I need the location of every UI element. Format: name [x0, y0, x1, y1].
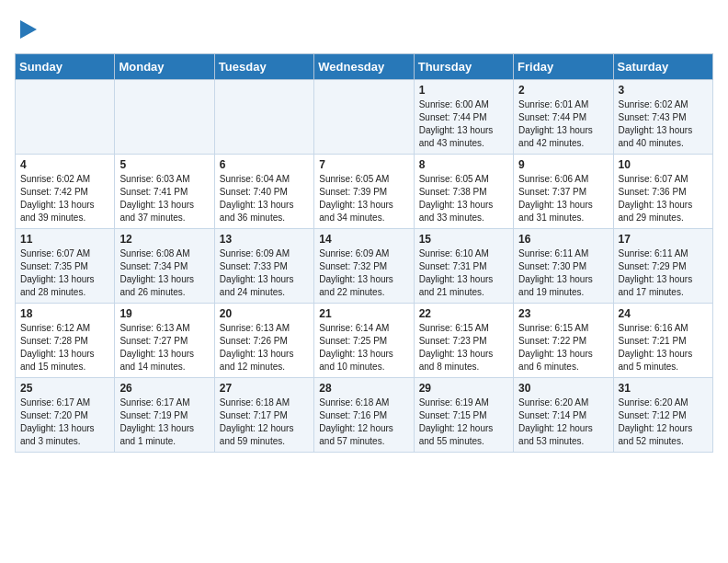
day-info: Sunrise: 6:16 AMSunset: 7:21 PMDaylight:… [619, 323, 693, 372]
calendar-cell: 26Sunrise: 6:17 AMSunset: 7:19 PMDayligh… [115, 378, 214, 453]
calendar-cell: 2Sunrise: 6:01 AMSunset: 7:44 PMDaylight… [514, 80, 613, 155]
day-info: Sunrise: 6:19 AMSunset: 7:15 PMDaylight:… [419, 397, 494, 446]
day-number: 31 [619, 382, 708, 395]
day-info: Sunrise: 6:14 AMSunset: 7:25 PMDaylight:… [319, 323, 393, 372]
day-number: 10 [619, 158, 708, 171]
day-number: 29 [419, 382, 508, 395]
day-info: Sunrise: 6:18 AMSunset: 7:17 PMDaylight:… [220, 397, 294, 446]
day-info: Sunrise: 6:09 AMSunset: 7:33 PMDaylight:… [220, 248, 294, 297]
header-saturday: Saturday [613, 54, 712, 80]
calendar-cell: 8Sunrise: 6:05 AMSunset: 7:38 PMDaylight… [414, 155, 513, 229]
calendar-cell: 19Sunrise: 6:13 AMSunset: 7:27 PMDayligh… [115, 304, 214, 378]
day-number: 2 [518, 84, 608, 97]
day-info: Sunrise: 6:17 AMSunset: 7:19 PMDaylight:… [119, 397, 194, 446]
calendar-cell: 13Sunrise: 6:09 AMSunset: 7:33 PMDayligh… [214, 229, 313, 304]
day-info: Sunrise: 6:13 AMSunset: 7:26 PMDaylight:… [220, 323, 294, 372]
day-number: 17 [619, 233, 708, 246]
header-wednesday: Wednesday [314, 54, 414, 80]
calendar-cell: 18Sunrise: 6:12 AMSunset: 7:28 PMDayligh… [16, 304, 115, 378]
calendar-cell: 10Sunrise: 6:07 AMSunset: 7:36 PMDayligh… [613, 155, 712, 229]
day-info: Sunrise: 6:07 AMSunset: 7:35 PMDaylight:… [20, 248, 95, 297]
calendar-cell: 30Sunrise: 6:20 AMSunset: 7:14 PMDayligh… [514, 378, 613, 453]
calendar-cell [314, 80, 414, 155]
calendar-cell: 20Sunrise: 6:13 AMSunset: 7:26 PMDayligh… [214, 304, 313, 378]
day-info: Sunrise: 6:07 AMSunset: 7:36 PMDaylight:… [619, 174, 693, 223]
logo [15, 15, 39, 46]
day-number: 30 [518, 382, 608, 395]
header-monday: Monday [115, 54, 214, 80]
header-thursday: Thursday [414, 54, 513, 80]
calendar-cell: 21Sunrise: 6:14 AMSunset: 7:25 PMDayligh… [314, 304, 414, 378]
calendar-cell: 9Sunrise: 6:06 AMSunset: 7:37 PMDaylight… [514, 155, 613, 229]
day-number: 23 [518, 307, 608, 320]
calendar-week-row: 25Sunrise: 6:17 AMSunset: 7:20 PMDayligh… [16, 378, 713, 453]
day-info: Sunrise: 6:03 AMSunset: 7:41 PMDaylight:… [119, 174, 194, 223]
calendar-cell: 15Sunrise: 6:10 AMSunset: 7:31 PMDayligh… [414, 229, 513, 304]
day-number: 11 [20, 233, 109, 246]
day-number: 7 [319, 158, 408, 171]
day-info: Sunrise: 6:15 AMSunset: 7:22 PMDaylight:… [518, 323, 593, 372]
calendar-cell: 31Sunrise: 6:20 AMSunset: 7:12 PMDayligh… [613, 378, 712, 453]
day-number: 8 [419, 158, 508, 171]
day-number: 1 [419, 84, 508, 97]
calendar-cell: 22Sunrise: 6:15 AMSunset: 7:23 PMDayligh… [414, 304, 513, 378]
day-number: 18 [20, 307, 109, 320]
calendar-cell: 11Sunrise: 6:07 AMSunset: 7:35 PMDayligh… [16, 229, 115, 304]
day-number: 22 [419, 307, 508, 320]
day-number: 16 [518, 233, 608, 246]
calendar-header-row: SundayMondayTuesdayWednesdayThursdayFrid… [16, 54, 713, 80]
day-info: Sunrise: 6:12 AMSunset: 7:28 PMDaylight:… [20, 323, 95, 372]
day-info: Sunrise: 6:06 AMSunset: 7:37 PMDaylight:… [518, 174, 593, 223]
day-number: 12 [119, 233, 209, 246]
day-info: Sunrise: 6:15 AMSunset: 7:23 PMDaylight:… [419, 323, 494, 372]
day-number: 9 [518, 158, 608, 171]
day-info: Sunrise: 6:01 AMSunset: 7:44 PMDaylight:… [518, 99, 593, 148]
calendar-cell: 27Sunrise: 6:18 AMSunset: 7:17 PMDayligh… [214, 378, 313, 453]
day-number: 3 [619, 84, 708, 97]
calendar-week-row: 1Sunrise: 6:00 AMSunset: 7:44 PMDaylight… [16, 80, 713, 155]
day-number: 20 [220, 307, 309, 320]
calendar-cell: 17Sunrise: 6:11 AMSunset: 7:29 PMDayligh… [613, 229, 712, 304]
day-info: Sunrise: 6:20 AMSunset: 7:14 PMDaylight:… [518, 397, 593, 446]
calendar-table: SundayMondayTuesdayWednesdayThursdayFrid… [15, 53, 713, 453]
day-info: Sunrise: 6:13 AMSunset: 7:27 PMDaylight:… [119, 323, 194, 372]
calendar-cell: 1Sunrise: 6:00 AMSunset: 7:44 PMDaylight… [414, 80, 513, 155]
calendar-cell [214, 80, 313, 155]
calendar-week-row: 4Sunrise: 6:02 AMSunset: 7:42 PMDaylight… [16, 155, 713, 229]
day-number: 25 [20, 382, 109, 395]
day-number: 5 [119, 158, 209, 171]
header-tuesday: Tuesday [214, 54, 313, 80]
svg-marker-0 [20, 20, 37, 39]
calendar-cell [16, 80, 115, 155]
calendar-cell: 24Sunrise: 6:16 AMSunset: 7:21 PMDayligh… [613, 304, 712, 378]
day-info: Sunrise: 6:00 AMSunset: 7:44 PMDaylight:… [419, 99, 494, 148]
day-number: 28 [319, 382, 408, 395]
logo-icon [18, 17, 39, 46]
calendar-cell: 3Sunrise: 6:02 AMSunset: 7:43 PMDaylight… [613, 80, 712, 155]
day-number: 14 [319, 233, 408, 246]
day-info: Sunrise: 6:20 AMSunset: 7:12 PMDaylight:… [619, 397, 693, 446]
day-info: Sunrise: 6:05 AMSunset: 7:39 PMDaylight:… [319, 174, 393, 223]
calendar-cell: 14Sunrise: 6:09 AMSunset: 7:32 PMDayligh… [314, 229, 414, 304]
day-info: Sunrise: 6:09 AMSunset: 7:32 PMDaylight:… [319, 248, 393, 297]
day-info: Sunrise: 6:11 AMSunset: 7:29 PMDaylight:… [619, 248, 693, 297]
calendar-cell: 7Sunrise: 6:05 AMSunset: 7:39 PMDaylight… [314, 155, 414, 229]
day-info: Sunrise: 6:02 AMSunset: 7:42 PMDaylight:… [20, 174, 95, 223]
day-info: Sunrise: 6:02 AMSunset: 7:43 PMDaylight:… [619, 99, 693, 148]
day-info: Sunrise: 6:05 AMSunset: 7:38 PMDaylight:… [419, 174, 494, 223]
calendar-cell: 16Sunrise: 6:11 AMSunset: 7:30 PMDayligh… [514, 229, 613, 304]
day-info: Sunrise: 6:17 AMSunset: 7:20 PMDaylight:… [20, 397, 95, 446]
calendar-cell: 25Sunrise: 6:17 AMSunset: 7:20 PMDayligh… [16, 378, 115, 453]
calendar-cell: 4Sunrise: 6:02 AMSunset: 7:42 PMDaylight… [16, 155, 115, 229]
day-info: Sunrise: 6:08 AMSunset: 7:34 PMDaylight:… [119, 248, 194, 297]
day-number: 26 [119, 382, 209, 395]
day-info: Sunrise: 6:11 AMSunset: 7:30 PMDaylight:… [518, 248, 593, 297]
calendar-week-row: 11Sunrise: 6:07 AMSunset: 7:35 PMDayligh… [16, 229, 713, 304]
header-friday: Friday [514, 54, 613, 80]
header-sunday: Sunday [16, 54, 115, 80]
day-number: 4 [20, 158, 109, 171]
day-number: 6 [220, 158, 309, 171]
calendar-cell: 29Sunrise: 6:19 AMSunset: 7:15 PMDayligh… [414, 378, 513, 453]
day-number: 21 [319, 307, 408, 320]
calendar-cell [115, 80, 214, 155]
